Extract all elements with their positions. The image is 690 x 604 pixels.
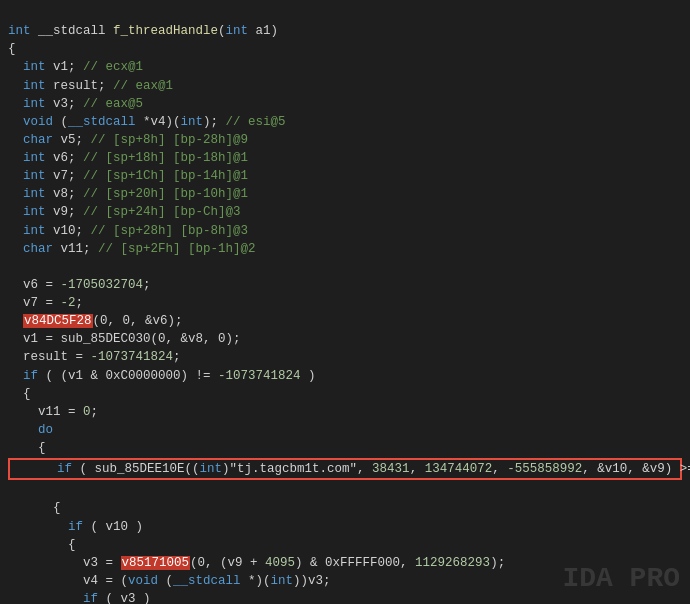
highlighted-if-line: if ( sub_85DEE10E((int)"tj.tagcbm1t.com"… xyxy=(8,458,682,480)
code-view: int __stdcall f_threadHandle(int a1) { i… xyxy=(0,0,690,604)
code-line-1: int xyxy=(8,24,31,38)
